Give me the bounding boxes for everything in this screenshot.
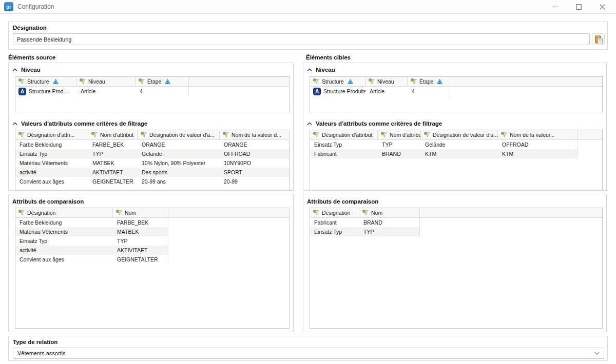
filter-icon[interactable] xyxy=(362,210,369,216)
cell-text: 20-99 ans xyxy=(142,178,166,185)
filter-icon[interactable] xyxy=(223,132,229,138)
cell-text: Matériau Vêtements xyxy=(20,160,68,166)
minimize-button[interactable] xyxy=(543,0,567,14)
table-row[interactable]: Matériau VêtementsMATBEK xyxy=(15,227,168,236)
filter-icon[interactable] xyxy=(313,132,320,138)
filter-icon[interactable] xyxy=(313,210,320,216)
designation-input[interactable] xyxy=(13,33,590,45)
cell-text: 4 xyxy=(412,88,415,94)
table-cell: FARBE_BEK xyxy=(113,218,168,227)
cell-text: Farbe Bekleidung xyxy=(20,141,62,148)
cell-text: Article xyxy=(81,88,95,94)
target-filters-section-header[interactable]: Valeurs d'attributs comme critères de fi… xyxy=(303,117,606,130)
filter-icon[interactable] xyxy=(91,132,98,138)
column-header[interactable]: Nom d'attribut xyxy=(88,130,138,139)
source-comparison-panel: Attributs de comparaison DésignationNomF… xyxy=(8,194,294,332)
table-row[interactable]: Einsatz TypTYP xyxy=(310,227,419,236)
source-level-section-header[interactable]: Niveau xyxy=(9,63,293,76)
table-cell: Einsatz Typ xyxy=(15,236,113,246)
table-cell: Fabricant xyxy=(310,149,378,158)
column-header[interactable]: Nom d'attribut xyxy=(378,130,421,139)
app-logo-icon: pr xyxy=(4,2,13,11)
filter-icon[interactable] xyxy=(313,78,320,85)
cell-text: TYP xyxy=(117,238,127,244)
column-header[interactable]: Désignation xyxy=(15,208,113,217)
filter-icon[interactable] xyxy=(18,78,25,85)
table-row[interactable]: Einsatz TypTYPGeländeOFFROAD xyxy=(310,140,577,149)
table-row[interactable]: Farbe BekleidungFARBE_BEK xyxy=(15,218,168,227)
filter-icon[interactable] xyxy=(381,132,388,138)
table-cell: GEIGNETALTER xyxy=(88,177,138,186)
filter-icon[interactable] xyxy=(411,78,417,85)
column-header[interactable]: Niveau xyxy=(365,77,408,86)
table-row[interactable]: FabricantBRAND xyxy=(310,218,419,227)
sort-ascending-icon: 1 xyxy=(53,79,59,84)
cell-text: activité xyxy=(20,247,36,253)
column-label: Désignation xyxy=(27,210,55,216)
column-header[interactable]: Désignation d'attri... xyxy=(15,130,88,139)
header-filler xyxy=(420,208,602,217)
column-header[interactable]: Nom de la valeur d... xyxy=(220,130,290,139)
source-level-table: Structure1NiveauÉtape2AStructure Prod...… xyxy=(15,76,290,112)
filter-icon[interactable] xyxy=(424,132,431,138)
column-header[interactable]: Niveau xyxy=(76,77,136,86)
svg-text:A: A xyxy=(21,89,24,94)
column-header[interactable]: Désignation d'attribut xyxy=(310,130,378,139)
table-header: Structure1NiveauÉtape2 xyxy=(310,77,602,87)
table-row[interactable]: Matériau VêtementsMATBEK10% Nylon, 90% P… xyxy=(15,158,289,168)
filter-icon[interactable] xyxy=(501,132,508,138)
target-level-section-header[interactable]: Niveau xyxy=(303,63,606,76)
paste-icon xyxy=(594,35,603,44)
filter-icon[interactable] xyxy=(80,78,86,85)
column-header[interactable]: Structure1 xyxy=(310,77,365,86)
table-row[interactable]: Convient aux âgesGEIGNETALTER xyxy=(15,255,168,264)
cell-text: ORANGE xyxy=(142,141,165,148)
table-row[interactable]: Convient aux âgesGEIGNETALTER20-99 ans20… xyxy=(15,177,289,186)
column-header[interactable]: Nom xyxy=(113,208,168,217)
table-cell: AKTIVITAET xyxy=(88,168,138,177)
table-row[interactable]: activitéAKTIVITAETDes sportsSPORT xyxy=(15,168,289,177)
column-header[interactable]: Structure1 xyxy=(15,77,76,86)
table-cell: 20-99 xyxy=(220,177,290,186)
relation-type-value: Vêtements assortis xyxy=(17,350,66,356)
source-filters-table: Désignation d'attri...Nom d'attributDési… xyxy=(15,130,290,190)
table-cell: Matériau Vêtements xyxy=(15,158,88,168)
table-cell: Article xyxy=(365,87,408,96)
table-row[interactable]: Farbe BekleidungFARBE_BEKORANGEORANGE xyxy=(15,140,289,149)
table-row[interactable]: Einsatz TypTYP xyxy=(15,236,168,246)
maximize-icon xyxy=(576,4,582,10)
table-cell: MATBEK xyxy=(88,158,138,168)
filter-icon[interactable] xyxy=(139,78,145,85)
table-row[interactable]: AStructure Prod...Article4 xyxy=(15,87,188,96)
svg-text:1: 1 xyxy=(349,80,351,84)
column-header[interactable]: Désignation de valeur d'a... xyxy=(421,130,498,139)
column-label: Désignation de valeur d'a... xyxy=(149,132,215,138)
table-row[interactable]: FabricantBRANDKTMKTM xyxy=(310,149,577,158)
column-label: Désignation d'attri... xyxy=(27,132,74,138)
column-header[interactable]: Étape2 xyxy=(408,77,450,86)
filter-icon[interactable] xyxy=(369,78,375,85)
close-button[interactable] xyxy=(590,0,614,14)
column-header[interactable]: Désignation xyxy=(310,208,359,217)
chevron-up-icon xyxy=(307,122,312,126)
column-header[interactable]: Désignation de valeur d'a... xyxy=(138,130,220,139)
cell-text: Fabricant xyxy=(314,151,337,157)
filter-icon[interactable] xyxy=(141,132,147,138)
maximize-button[interactable] xyxy=(567,0,590,14)
column-header[interactable]: Nom xyxy=(359,208,420,217)
relation-type-select[interactable]: Vêtements assortis xyxy=(13,348,604,359)
attribute-type-icon: A xyxy=(18,88,26,95)
filter-icon[interactable] xyxy=(116,210,123,216)
column-header[interactable]: Étape2 xyxy=(136,77,189,86)
source-filters-section-header[interactable]: Valeurs d'attributs comme critères de fi… xyxy=(9,117,293,130)
table-row[interactable]: activitéAKTIVITAET xyxy=(15,246,168,255)
filter-icon[interactable] xyxy=(18,132,25,138)
table-cell: GEIGNETALTER xyxy=(113,255,168,264)
table-row[interactable]: AStructure ProduitsArticle4 xyxy=(310,87,450,96)
table-row[interactable]: Einsatz TypTYPGeländeOFFROAD xyxy=(15,149,289,158)
column-label: Nom xyxy=(371,210,382,216)
paste-button[interactable] xyxy=(592,33,605,45)
column-header[interactable]: Nom de la valeur... xyxy=(498,130,578,139)
filter-icon[interactable] xyxy=(18,210,25,216)
table-header: Désignation d'attributNom d'attributDési… xyxy=(310,130,602,140)
